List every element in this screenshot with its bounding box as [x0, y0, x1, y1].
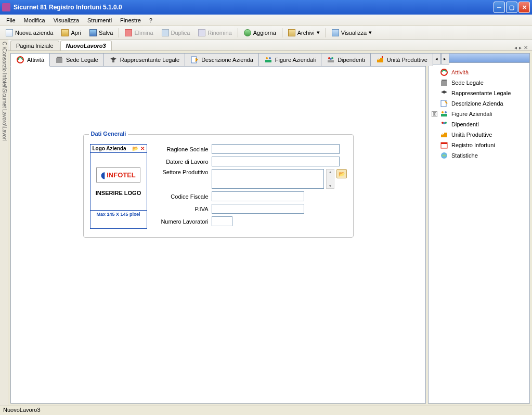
tab-label: Figure Aziendali [275, 57, 316, 63]
apri-button[interactable]: Apri [58, 28, 85, 38]
svg-rect-11 [328, 60, 334, 62]
infotel-logo: ◖INFOTEL [96, 167, 140, 183]
graduation-icon [440, 89, 448, 97]
menu-finestre[interactable]: Finestre [116, 16, 145, 24]
menu-help[interactable]: ? [145, 16, 157, 24]
tab-close[interactable]: ✕ [524, 45, 528, 50]
tab-nav-prev[interactable]: ◂ [514, 45, 517, 50]
tab-label: Rappresentante Legale [120, 57, 179, 63]
people-icon [440, 110, 448, 118]
folder-open-icon [61, 29, 69, 36]
rinomina-label: Rinomina [207, 30, 231, 36]
svg-rect-24 [441, 142, 447, 144]
fieldset-legend: Dati Generali [89, 131, 128, 137]
tree-label: Attività [451, 69, 469, 75]
svg-rect-12 [382, 56, 383, 58]
separator [326, 28, 326, 37]
logo-delete-button[interactable]: ✕ [140, 146, 145, 151]
archivi-button[interactable]: Archivi ▾ [284, 28, 323, 38]
tab-nuovo-lavoro[interactable]: NuovoLavoro3 [60, 41, 112, 50]
tab-label: Attività [27, 57, 44, 63]
tree-item-descrizione[interactable]: Descrizione Azienda [431, 98, 527, 109]
aggiorna-button[interactable]: Aggiorna [240, 28, 280, 38]
svg-point-22 [443, 122, 445, 124]
title-bar: Sicurnet 81 Registro Infortuni 5.1.0.0 ─… [0, 0, 532, 15]
visualizza-button[interactable]: Visualizza ▾ [328, 28, 375, 38]
nuova-azienda-button[interactable]: Nuova azienda [2, 28, 57, 38]
svg-point-6 [269, 57, 271, 59]
svg-rect-7 [265, 60, 271, 62]
logo-head-label: Logo Azienda [93, 146, 126, 151]
tab-label: Descrizione Azienda [201, 57, 253, 63]
people-icon [264, 56, 273, 64]
document-icon [6, 29, 13, 36]
salva-button[interactable]: Salva [86, 28, 117, 38]
inner-tab-attivita[interactable]: Attività [10, 53, 50, 67]
svg-point-10 [330, 58, 332, 60]
duplica-button: Duplica [158, 28, 194, 38]
menu-file[interactable]: File [2, 16, 20, 24]
right-tree-panel: Attività Sede Legale Rappresentante Lega… [428, 53, 530, 404]
inner-tab-rappresentante[interactable]: Rappresentante Legale [103, 53, 185, 66]
inner-tab-figure[interactable]: Figure Aziendali [258, 53, 321, 66]
svg-rect-1 [56, 58, 62, 63]
status-bar: NuovoLavoro3 [0, 406, 532, 415]
tree-label: Descrizione Azienda [451, 100, 503, 107]
input-datore[interactable] [212, 157, 340, 166]
tree-item-sede-legale[interactable]: Sede Legale [431, 77, 527, 88]
tab-nav-next[interactable]: ▸ [519, 45, 522, 50]
edit-icon [440, 99, 448, 108]
tree-item-attivita[interactable]: Attività [431, 67, 527, 77]
separator [282, 28, 282, 37]
separator [238, 28, 238, 37]
app-icon [2, 3, 10, 11]
svg-rect-3 [112, 60, 114, 62]
settore-browse-button[interactable]: 📂 [336, 169, 347, 178]
inner-tab-prev[interactable]: ◂ [433, 53, 441, 64]
svg-rect-19 [441, 114, 447, 116]
svg-rect-14 [441, 81, 447, 86]
logo-brand-text: INFOTEL [107, 171, 136, 179]
left-sidebar-path[interactable]: C:\Consorzio Infotel\Sicurnet Lavoro\Lav… [0, 40, 8, 406]
svg-point-17 [442, 111, 444, 113]
tree-item-dipendenti[interactable]: Dipendenti [431, 119, 527, 129]
tree-item-figure[interactable]: Figure Aziendali [431, 109, 527, 119]
logo-arc-icon: ◖ [101, 170, 105, 180]
aggiorna-label: Aggiorna [253, 30, 276, 36]
save-icon [89, 29, 97, 36]
elimina-button: Elimina [121, 28, 157, 38]
tree-item-registro[interactable]: Registro Infortuni [431, 140, 527, 150]
tab-label: Dipendenti [338, 57, 365, 63]
svg-rect-15 [442, 80, 447, 81]
tree-item-rappresentante[interactable]: Rappresentante Legale [431, 88, 527, 98]
label-num-lavoratori: Numero Lavoratori [153, 218, 209, 225]
input-num-lavoratori[interactable] [212, 216, 232, 226]
menu-strumenti[interactable]: Strumenti [83, 16, 116, 24]
minimize-button[interactable]: ─ [494, 2, 505, 13]
close-button[interactable]: ✕ [518, 2, 530, 13]
archivi-label: Archivi [297, 30, 315, 36]
inner-tab-next[interactable]: ▸ [441, 53, 449, 64]
menu-modifica[interactable]: Modifica [20, 16, 49, 24]
menu-visualizza[interactable]: Visualizza [49, 16, 83, 24]
input-piva[interactable] [212, 204, 304, 214]
inner-tab-descrizione[interactable]: Descrizione Azienda [185, 53, 259, 66]
label-ragione-sociale: Ragione Sociale [153, 146, 209, 152]
apri-label: Apri [71, 30, 81, 36]
tree-item-unita[interactable]: Unità Produttive [431, 129, 527, 140]
textarea-settore[interactable] [212, 169, 324, 189]
maximize-button[interactable]: ▢ [506, 2, 517, 13]
inner-tab-sede-legale[interactable]: Sede Legale [49, 53, 104, 66]
group-icon [440, 120, 448, 128]
textarea-scrollbar[interactable]: ▴▾ [326, 169, 334, 189]
inner-tab-dipendenti[interactable]: Dipendenti [321, 53, 371, 66]
input-codice-fiscale[interactable] [212, 191, 304, 201]
tree-label: Rappresentante Legale [451, 90, 511, 96]
tab-pagina-iniziale[interactable]: Pagina Iniziale [10, 41, 59, 50]
logo-foot-text: Max 145 X 145 pixel [90, 210, 147, 218]
logo-open-button[interactable]: 📂 [132, 146, 138, 151]
inner-tab-unita[interactable]: Unità Produttive [370, 53, 433, 66]
input-ragione-sociale[interactable] [212, 144, 340, 154]
tree-item-statistiche[interactable]: Statistiche [431, 150, 527, 161]
rinomina-button: Rinomina [194, 28, 235, 38]
